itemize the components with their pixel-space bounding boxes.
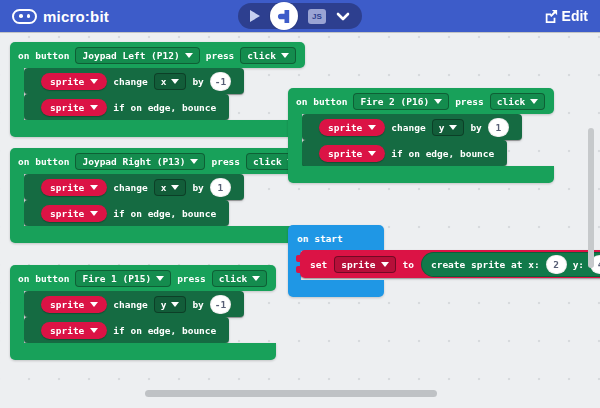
sprite-bounce-block[interactable]: sprite if on edge, bounce [24,317,229,343]
microbit-logo[interactable]: micro:bit [12,8,109,25]
axis-value: x [161,182,167,193]
dropdown-caret-icon [381,262,389,267]
block-footer [288,280,384,297]
change-label: change [113,299,147,310]
block-workspace[interactable]: on button Joypad Left (P12) press click … [0,32,600,408]
on-button-label: on button [18,156,69,167]
sprite-bounce-block[interactable]: sprite if on edge, bounce [24,200,229,226]
by-label: by [470,122,481,133]
button-pin-dropdown[interactable]: Joypad Left (P12) [75,47,199,64]
event-type-dropdown[interactable]: click [490,93,546,110]
button-pin-value: Joypad Right (P13) [82,156,185,167]
sprite-change-block[interactable]: sprite change x by 1 [24,174,244,200]
axis-dropdown[interactable]: x [154,73,187,90]
dropdown-caret-icon [156,276,164,281]
dropdown-caret-icon [434,99,442,104]
button-pin-value: Fire 2 (P16) [360,96,429,107]
amount-input[interactable]: 1 [210,178,231,197]
sprite-variable-value: sprite [50,182,84,193]
block-footer [288,166,554,183]
sprite-change-block[interactable]: sprite change y by 1 [302,114,522,140]
amount-input[interactable]: -1 [210,72,231,91]
chevron-down-icon[interactable] [336,12,350,21]
button-pin-dropdown[interactable]: Fire 2 (P16) [353,93,449,110]
by-label: by [192,76,203,87]
button-pin-value: Fire 1 (P15) [82,273,151,284]
change-label: change [113,76,147,87]
sprite-bounce-block[interactable]: sprite if on edge, bounce [302,140,507,166]
change-label: change [113,182,147,193]
on-button-header[interactable]: on button Fire 1 (P15) press click [10,265,276,291]
event-block-fire-2[interactable]: on button Fire 2 (P16) press click sprit… [288,88,554,183]
edit-button[interactable]: Edit [544,8,588,24]
sprite-variable-value: sprite [328,148,362,159]
on-button-label: on button [296,96,347,107]
press-label: press [177,273,206,284]
sprite-variable-value: sprite [341,259,375,270]
set-sprite-block[interactable]: set sprite to create sprite at x: 2 y: 4 [300,250,600,278]
event-type-dropdown[interactable]: click [212,270,268,287]
microbit-face-icon [12,9,37,24]
axis-dropdown[interactable]: y [154,296,187,313]
event-block-joypad-right[interactable]: on button Joypad Right (P13) press click… [10,148,311,243]
axis-dropdown[interactable]: x [154,179,187,196]
on-button-header[interactable]: on button Joypad Left (P12) press click [10,42,305,68]
javascript-view-button[interactable]: JS [308,9,326,24]
block-arm [288,114,302,166]
sprite-change-block[interactable]: sprite change x by -1 [24,68,244,94]
on-start-block[interactable]: on start set sprite to create sprite at … [288,225,384,297]
dropdown-caret-icon [171,302,179,307]
button-pin-dropdown[interactable]: Joypad Right (P13) [75,153,205,170]
sprite-x-input[interactable]: 2 [546,255,567,274]
js-badge-label: JS [312,12,322,21]
sprite-change-block[interactable]: sprite change y by -1 [24,291,244,317]
dropdown-caret-icon [171,79,179,84]
app-header: micro:bit JS Edit [0,0,600,32]
sprite-variable-dropdown[interactable]: sprite [319,145,385,162]
event-type-dropdown[interactable]: click [240,47,296,64]
sprite-variable-dropdown[interactable]: sprite [41,322,107,339]
event-block-joypad-left[interactable]: on button Joypad Left (P12) press click … [10,42,305,137]
external-link-icon [544,9,558,23]
on-start-header[interactable]: on start [288,225,384,251]
create-sprite-block[interactable]: create sprite at x: 2 y: 4 [421,252,600,277]
sprite-variable-value: sprite [50,208,84,219]
horizontal-scrollbar[interactable] [145,390,437,397]
blocks-view-button[interactable] [270,2,298,30]
sprite-variable-dropdown[interactable]: sprite [41,73,107,90]
sprite-variable-dropdown[interactable]: sprite [41,205,107,222]
vertical-scrollbar[interactable] [588,128,594,268]
axis-value: y [161,299,167,310]
event-type-value: click [247,50,276,61]
sprite-variable-value: sprite [50,325,84,336]
play-icon[interactable] [250,10,260,22]
block-arm [10,291,24,343]
create-sprite-label: create sprite at x: [431,259,540,270]
sprite-variable-dropdown[interactable]: sprite [41,296,107,313]
axis-dropdown[interactable]: y [432,119,465,136]
dropdown-caret-icon [190,159,198,164]
press-label: press [206,50,235,61]
amount-input[interactable]: 1 [488,118,509,137]
on-button-header[interactable]: on button Joypad Right (P13) press click [10,148,311,174]
y-label: y: [573,259,584,270]
block-arm [10,174,24,226]
edit-label: Edit [562,8,588,24]
block-arm [10,68,24,120]
sprite-variable-dropdown[interactable]: sprite [319,119,385,136]
sprite-variable-dropdown[interactable]: sprite [334,256,395,273]
sprite-variable-dropdown[interactable]: sprite [41,99,107,116]
simulator-toolbar: JS [238,3,362,29]
sprite-variable-value: sprite [50,299,84,310]
dropdown-caret-icon [449,125,457,130]
event-block-fire-1[interactable]: on button Fire 1 (P15) press click sprit… [10,265,276,360]
on-button-header[interactable]: on button Fire 2 (P16) press click [288,88,554,114]
sprite-variable-dropdown[interactable]: sprite [41,179,107,196]
button-pin-dropdown[interactable]: Fire 1 (P15) [75,270,171,287]
on-button-label: on button [18,50,69,61]
button-pin-value: Joypad Left (P12) [82,50,179,61]
dropdown-caret-icon [90,302,98,307]
amount-input[interactable]: -1 [210,295,231,314]
sprite-bounce-block[interactable]: sprite if on edge, bounce [24,94,229,120]
axis-value: y [439,122,445,133]
